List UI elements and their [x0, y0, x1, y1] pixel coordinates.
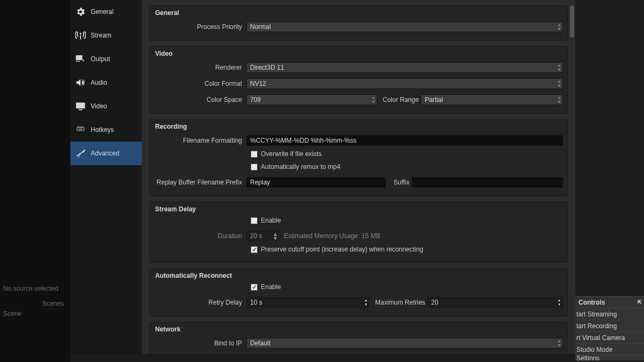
filename-formatting-label: Filename Formatting: [150, 137, 246, 144]
stream-delay-enable-checkbox[interactable]: [251, 217, 258, 224]
output-icon: [75, 53, 86, 65]
reconnect-enable-checkbox[interactable]: [251, 284, 258, 291]
sidebar-item-label: Hotkeys: [91, 126, 114, 134]
sidebar-item-label: Audio: [91, 79, 107, 86]
color-format-label: Color Format: [150, 80, 246, 87]
select-value: Partial: [425, 96, 443, 104]
overwrite-label: Overwrite if file exists: [261, 150, 321, 158]
sidebar-item-stream[interactable]: Stream: [70, 24, 142, 47]
group-auto-reconnect: Automatically Reconnect Enable Retry Del…: [149, 268, 568, 316]
select-value: Normal: [250, 23, 271, 31]
sidebar-item-hotkeys[interactable]: Hotkeys: [70, 118, 142, 142]
sidebar-item-general[interactable]: General: [70, 0, 142, 24]
start-recording-button[interactable]: tart Recording: [575, 320, 644, 331]
start-streaming-button[interactable]: tart Streaming: [575, 308, 644, 320]
controls-panel: Controls⇱ tart Streaming tart Recording …: [575, 296, 644, 360]
sidebar-item-output[interactable]: Output: [70, 47, 142, 71]
group-network: Network Bind to IP Default▵▿: [149, 322, 568, 354]
retry-delay-label: Retry Delay: [150, 299, 246, 306]
group-title: Stream Delay: [150, 202, 567, 214]
sidebar-item-video[interactable]: Video: [70, 94, 142, 118]
controls-header: Controls⇱: [575, 296, 644, 308]
group-stream-delay: Stream Delay Enable Duration 20 s▴▾ Esti…: [149, 202, 568, 263]
svg-rect-6: [83, 128, 83, 128]
speaker-icon: [75, 77, 86, 88]
svg-rect-7: [79, 129, 82, 130]
monitor-icon: [75, 100, 86, 112]
renderer-select[interactable]: Direct3D 11▵▿: [246, 62, 563, 73]
group-title: General: [150, 6, 567, 18]
settings-button[interactable]: Settinns: [575, 355, 644, 360]
process-priority-select[interactable]: Normal ▵▿: [246, 21, 563, 32]
sidebar-item-label: Advanced: [91, 150, 119, 157]
popout-icon[interactable]: ⇱: [638, 299, 642, 305]
preserve-cutoff-checkbox[interactable]: [251, 246, 258, 253]
group-title: Network: [150, 322, 567, 334]
color-format-select[interactable]: NV12▵▿: [246, 78, 563, 89]
group-recording: Recording Filename Formatting %CCYY-%MM-…: [149, 119, 568, 196]
select-value: Direct3D 11: [250, 64, 284, 71]
memory-usage-label: Estimated Memory Usage: 15 MB: [284, 232, 380, 240]
replay-prefix-input[interactable]: Replay: [246, 177, 386, 188]
group-title: Recording: [150, 120, 567, 131]
sidebar-item-label: General: [91, 8, 114, 16]
settings-content: General Process Priority Normal ▵▿ Video…: [142, 0, 575, 354]
max-retries-label: Maximum Retries: [375, 299, 425, 306]
group-title: Automatically Reconnect: [150, 269, 567, 280]
studio-mode-button[interactable]: Studio Mode: [575, 343, 644, 355]
reconnect-enable-label: Enable: [261, 283, 281, 291]
select-value: 709: [250, 96, 261, 104]
overwrite-checkbox[interactable]: [251, 151, 258, 158]
tools-icon: [75, 147, 86, 159]
group-title: Video: [150, 47, 567, 58]
antenna-icon: [75, 29, 86, 41]
replay-suffix-input[interactable]: [412, 177, 563, 188]
settings-modal: General Stream Output Audio Video Hotkey…: [70, 0, 575, 354]
bind-ip-select[interactable]: Default▵▿: [246, 338, 563, 349]
preserve-cutoff-label: Preserve cutoff point (increase delay) w…: [261, 246, 423, 253]
scrollbar[interactable]: [570, 5, 574, 38]
settings-sidebar: General Stream Output Audio Video Hotkey…: [70, 0, 142, 354]
sidebar-item-advanced[interactable]: Advanced: [70, 142, 142, 165]
color-range-select[interactable]: Partial▵▿: [421, 94, 563, 105]
remux-label: Automatically remux to mp4: [261, 163, 340, 171]
color-space-label: Color Space: [150, 96, 246, 104]
renderer-label: Renderer: [150, 64, 246, 71]
bind-ip-label: Bind to IP: [150, 339, 246, 347]
process-priority-label: Process Priority: [150, 23, 246, 31]
retry-delay-input[interactable]: 10 s▴▾: [246, 297, 370, 308]
keyboard-icon: [75, 124, 86, 136]
color-space-select[interactable]: 709▵▿: [246, 94, 377, 105]
group-video: Video Renderer Direct3D 11▵▿ Color Forma…: [149, 46, 568, 114]
color-range-label: Color Range: [383, 96, 419, 104]
svg-rect-2: [79, 128, 79, 128]
svg-rect-1: [78, 128, 78, 128]
sidebar-item-audio[interactable]: Audio: [70, 71, 142, 94]
sidebar-item-label: Video: [91, 102, 107, 110]
replay-suffix-label: Suffix: [388, 179, 409, 186]
sidebar-item-label: Output: [91, 55, 110, 63]
svg-rect-0: [77, 127, 84, 131]
duration-label: Duration: [150, 232, 246, 240]
gear-icon: [75, 6, 86, 18]
remux-checkbox[interactable]: [251, 164, 258, 171]
group-general: General Process Priority Normal ▵▿: [149, 5, 568, 41]
select-value: NV12: [250, 80, 266, 87]
svg-rect-5: [82, 128, 82, 128]
svg-rect-3: [79, 128, 80, 128]
duration-input[interactable]: 20 s▴▾: [246, 231, 279, 241]
replay-prefix-label: Replay Buffer Filename Prefix: [150, 179, 246, 186]
svg-rect-4: [80, 128, 81, 128]
start-virtual-camera-button[interactable]: rt Virtual Camera: [575, 331, 644, 343]
stream-delay-enable-label: Enable: [261, 217, 281, 224]
max-retries-input[interactable]: 20▴▾: [427, 297, 563, 308]
filename-formatting-input[interactable]: %CCYY-%MM-%DD %hh-%mm-%ss: [246, 135, 563, 146]
sidebar-item-label: Stream: [91, 32, 112, 39]
